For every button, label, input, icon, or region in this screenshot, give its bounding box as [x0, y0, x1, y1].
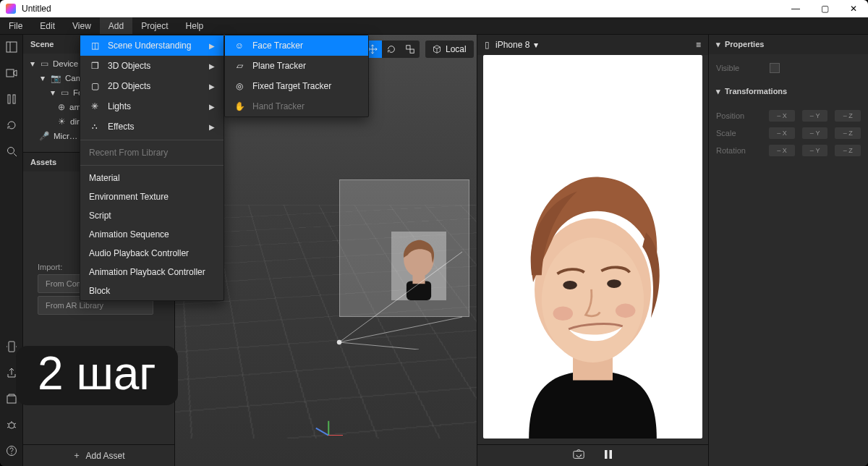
pause-icon[interactable] [603, 449, 614, 462]
device-icon[interactable] [5, 340, 18, 353]
device-select[interactable]: iPhone 8 ▾ [495, 40, 690, 50]
menu-edit[interactable]: Edit [31, 17, 64, 34]
3d-objects-item[interactable]: ❒3D Objects▶ [80, 56, 224, 76]
viewport-toolbar: Local [363, 41, 474, 58]
menu-file[interactable]: File [0, 17, 31, 34]
scale-y-input[interactable]: – Y [802, 127, 828, 139]
preview-options-icon[interactable]: ≡ [696, 40, 701, 50]
svg-rect-17 [407, 46, 410, 49]
face-tracker-item[interactable]: ☺Face Tracker [225, 35, 368, 56]
cube-icon [433, 45, 441, 54]
svg-rect-28 [605, 450, 608, 459]
svg-point-25 [553, 306, 573, 321]
menu-project[interactable]: Project [132, 17, 176, 34]
scale-row: Scale – X – Y – Z [716, 124, 861, 142]
environment-texture-item[interactable]: Environment Texture [80, 187, 224, 206]
transform-space-toggle[interactable]: Local [425, 41, 474, 58]
plus-icon: ＋ [72, 449, 81, 462]
app-logo-icon [6, 4, 16, 14]
camera-switch-icon[interactable] [572, 448, 585, 463]
face-tracker-icon: ☺ [234, 40, 245, 51]
bug-icon[interactable] [5, 418, 18, 431]
animation-sequence-item[interactable]: Animation Sequence [80, 225, 224, 244]
transformations-header[interactable]: ▾Transformations [709, 82, 868, 101]
app-window: Untitled — ▢ ✕ File Edit View Add Projec… [0, 0, 868, 466]
light-icon: ✳ [89, 101, 101, 112]
device-preview-header: ▯ iPhone 8 ▾ ≡ [477, 35, 708, 55]
rotation-z-input[interactable]: – Z [835, 145, 861, 156]
content-area: Scene ▾▭Device ▾📷Cam… ▾▭Fo… ⊕ambie… ☀dir… [0, 35, 868, 466]
visible-row: Visible [716, 60, 861, 76]
window-close-button[interactable]: ✕ [839, 0, 868, 17]
effects-icon: ∴ [89, 121, 101, 132]
lights-item[interactable]: ✳Lights▶ [80, 96, 224, 116]
svg-rect-0 [7, 42, 17, 52]
recent-from-library-item: Recent From Library [80, 143, 224, 162]
properties-header[interactable]: ▾Properties [709, 35, 868, 54]
titlebar: Untitled — ▢ ✕ [0, 0, 868, 17]
hand-tracker-item: ✋Hand Tracker [225, 96, 368, 116]
svg-rect-7 [9, 342, 14, 352]
menu-view[interactable]: View [64, 17, 100, 34]
svg-rect-8 [7, 396, 16, 403]
scene-understanding-submenu: ☺Face Tracker ▱Plane Tracker ◎Fixed Targ… [224, 35, 369, 117]
search-icon[interactable] [5, 145, 18, 158]
pause-columns-icon[interactable] [5, 93, 18, 106]
scale-tool-button[interactable] [401, 41, 420, 58]
effects-item[interactable]: ∴Effects▶ [80, 116, 224, 137]
svg-rect-2 [7, 69, 14, 77]
refresh-icon[interactable] [5, 119, 18, 132]
device-preview-screen [483, 55, 702, 439]
window-title: Untitled [22, 4, 51, 14]
material-item[interactable]: Material [80, 169, 224, 187]
svg-point-22 [542, 237, 644, 363]
position-z-input[interactable]: – Z [835, 110, 861, 122]
video-icon[interactable] [5, 67, 18, 80]
animation-playback-controller-item[interactable]: Animation Playback Controller [80, 263, 224, 281]
cube-icon: ❒ [89, 60, 101, 72]
rotation-x-input[interactable]: – X [769, 145, 795, 156]
device-preview-footer [477, 444, 708, 466]
script-item[interactable]: Script [80, 206, 224, 225]
menu-add[interactable]: Add [100, 17, 132, 34]
device-preview-panel: ▯ iPhone 8 ▾ ≡ [477, 35, 709, 466]
position-y-input[interactable]: – Y [802, 110, 828, 122]
window-minimize-button[interactable]: — [781, 0, 810, 17]
camera-frustum [332, 248, 469, 350]
plane-tracker-item[interactable]: ▱Plane Tracker [225, 56, 368, 76]
scene-understanding-icon: ◫ [89, 40, 101, 51]
rotation-y-input[interactable]: – Y [802, 145, 828, 156]
2d-objects-item[interactable]: ▢2D Objects▶ [80, 76, 224, 96]
position-x-input[interactable]: – X [769, 110, 795, 122]
chevron-down-icon: ▾ [534, 40, 538, 50]
scale-x-input[interactable]: – X [769, 127, 795, 139]
svg-rect-3 [8, 95, 10, 103]
window-maximize-button[interactable]: ▢ [810, 0, 839, 17]
audio-playback-controller-item[interactable]: Audio Playback Controller [80, 244, 224, 263]
visible-checkbox[interactable] [770, 63, 780, 73]
help-icon[interactable] [5, 444, 18, 457]
svg-point-24 [607, 279, 621, 288]
svg-point-16 [337, 340, 341, 344]
plane-tracker-icon: ▱ [234, 60, 245, 72]
menu-help[interactable]: Help [177, 17, 213, 34]
axis-gizmo [328, 411, 353, 436]
layout-icon[interactable] [5, 41, 18, 54]
add-asset-button[interactable]: Add Asset [85, 451, 124, 461]
block-item[interactable]: Block [80, 281, 224, 300]
rotation-row: Rotation – X – Y – Z [716, 142, 861, 159]
svg-point-9 [9, 423, 14, 428]
assets-footer: ＋ Add Asset [23, 444, 174, 466]
scale-z-input[interactable]: – Z [835, 127, 861, 139]
scene-understanding-item[interactable]: ◫ Scene Understanding▶ [80, 35, 224, 56]
rotate-tool-button[interactable] [382, 41, 401, 58]
camera-feed-face [483, 55, 702, 439]
fixed-target-tracker-item[interactable]: ◎Fixed Target Tracker [225, 76, 368, 96]
svg-rect-4 [13, 95, 15, 103]
overlay-caption: 2 шаг [16, 346, 178, 405]
square-icon: ▢ [89, 80, 101, 92]
add-menu-dropdown: ◫ Scene Understanding▶ ❒3D Objects▶ ▢2D … [80, 35, 224, 301]
device-phone-icon: ▯ [485, 40, 490, 50]
menubar: File Edit View Add Project Help [0, 17, 868, 35]
window-controls: — ▢ ✕ [781, 0, 868, 17]
